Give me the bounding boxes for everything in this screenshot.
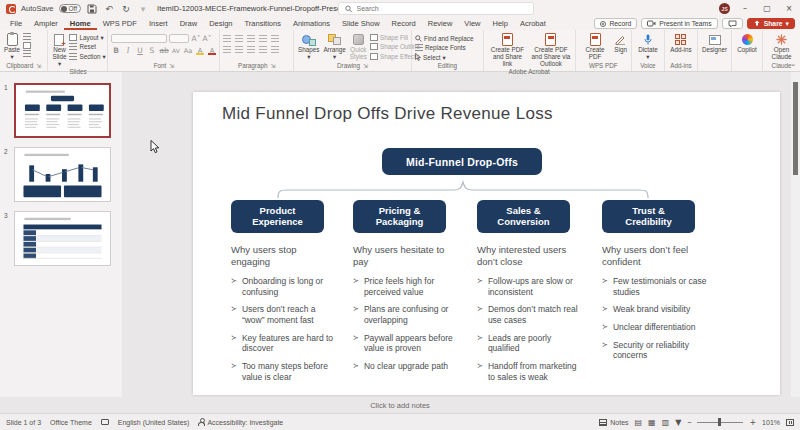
tab-help[interactable]: Help (486, 17, 513, 30)
notes-pane[interactable]: Click to add notes (0, 397, 800, 413)
reading-view-icon[interactable]: ▥ (662, 418, 670, 427)
comments-button[interactable] (722, 18, 743, 29)
paste-button[interactable]: Paste ▾ (3, 32, 21, 61)
restore-button[interactable]: ▢ (760, 1, 774, 16)
tab-review[interactable]: Review (422, 17, 459, 30)
zoom-slider-thumb[interactable] (718, 418, 721, 426)
bullet-item[interactable]: ≻Weak brand visibility (602, 304, 710, 315)
zoom-in-icon[interactable]: + (749, 418, 756, 427)
column-subtitle[interactable]: Why interested users don’t close (477, 244, 577, 267)
slide-thumbnail-1[interactable] (14, 83, 111, 138)
slideshow-view-icon[interactable]: ▼ (675, 418, 681, 427)
bullet-item[interactable]: ≻Paywall appears before value is proven (353, 333, 461, 354)
paste-dropdown-icon[interactable]: ▾ (10, 54, 13, 61)
create-pdf-outlook-button[interactable]: Create PDF and Share via Outlook (530, 32, 572, 67)
align-center-icon[interactable] (235, 46, 243, 53)
layout-button[interactable]: Layout▾ (69, 33, 105, 41)
powerpoint-logo-icon[interactable] (6, 4, 16, 14)
slide-thumbnail-2[interactable] (14, 147, 111, 202)
accessibility-status[interactable]: Accessibility: Investigate (198, 418, 283, 426)
arrange-button[interactable]: Arrange ▾ (322, 32, 346, 61)
search-input[interactable] (357, 5, 528, 12)
decrease-indent-icon[interactable] (247, 35, 255, 42)
font-color-icon[interactable]: A (207, 47, 216, 55)
tab-ampler[interactable]: Ampler (28, 17, 64, 30)
bullet-item[interactable]: ≻Few testimonials or case studies (602, 276, 710, 297)
bullet-item[interactable]: ≻No clear upgrade path (353, 361, 461, 372)
collapse-ribbon-icon[interactable]: ⌄ (790, 60, 796, 68)
user-avatar[interactable]: JS (719, 3, 730, 14)
search-bar[interactable] (338, 2, 534, 15)
bullet-item[interactable]: ≻Security or reliability concerns (602, 340, 710, 361)
underline-icon[interactable]: U (135, 46, 144, 55)
tab-transitions[interactable]: Transitions (239, 17, 287, 30)
category-box[interactable]: Sales & Conversion (477, 200, 570, 233)
bullet-item[interactable]: ≻Follow-ups are slow or inconsistent (477, 276, 585, 297)
category-box[interactable]: Product Experience (231, 200, 324, 233)
paragraph-dialog-launcher-icon[interactable]: ⇲ (270, 62, 275, 69)
create-pdf-share-link-button[interactable]: Create PDF and Share link (487, 32, 529, 67)
slide-sorter-view-icon[interactable]: ▦ (648, 418, 656, 427)
character-spacing-icon[interactable]: AV (171, 47, 180, 54)
tab-home[interactable]: Home (64, 17, 97, 30)
tab-slide-show[interactable]: Slide Show (336, 17, 386, 30)
find-replace-button[interactable]: Find and Replace (415, 34, 480, 42)
font-dialog-launcher-icon[interactable]: ⇲ (169, 62, 174, 69)
category-box[interactable]: Trust & Credibility (602, 200, 695, 233)
redo-icon[interactable]: ↻ (120, 3, 132, 15)
zoom-slider[interactable] (697, 422, 743, 423)
zoom-level[interactable]: 101% (762, 419, 780, 426)
numbering-icon[interactable] (235, 35, 243, 42)
cut-icon[interactable] (23, 33, 31, 40)
open-claude-button[interactable]: Open Claude (766, 32, 797, 61)
normal-view-icon[interactable]: ▤ (635, 418, 643, 427)
reset-button[interactable]: Reset (69, 43, 105, 51)
scrollbar-thumb[interactable] (793, 82, 798, 175)
shapes-button[interactable]: Shapes ▾ (297, 32, 320, 61)
fit-slide-icon[interactable] (786, 419, 794, 426)
customize-toolbar-icon[interactable]: ▾ (137, 3, 149, 15)
addins-button[interactable]: Add-ins (669, 32, 692, 54)
line-spacing-icon[interactable] (271, 35, 279, 42)
bullets-icon[interactable] (223, 35, 231, 42)
tab-file[interactable]: File (4, 17, 28, 30)
bullet-item[interactable]: ≻Onboarding is long or confusing (231, 276, 339, 297)
theme-name[interactable]: Office Theme (50, 419, 92, 426)
category-box[interactable]: Pricing & Packaging (353, 200, 446, 233)
align-right-icon[interactable] (247, 46, 255, 53)
bullet-item[interactable]: ≻Users don’t reach a “wow” moment fast (231, 304, 339, 325)
italic-icon[interactable]: I (123, 46, 132, 55)
notes-placeholder[interactable]: Click to add notes (370, 401, 430, 410)
text-shadow-icon[interactable]: S (147, 46, 156, 55)
tab-wps-pdf[interactable]: WPS PDF (97, 17, 143, 30)
increase-indent-icon[interactable] (259, 35, 267, 42)
slide-title[interactable]: Mid Funnel Drop Offs Drive Revenue Loss (222, 104, 553, 124)
justify-icon[interactable] (259, 46, 267, 53)
tab-record[interactable]: Record (386, 17, 422, 30)
decrease-font-icon[interactable]: A˅ (202, 34, 211, 43)
minimize-button[interactable]: – (738, 1, 752, 16)
bullet-item[interactable]: ≻Handoff from marketing to sales is weak (477, 361, 585, 382)
bullet-item[interactable]: ≻Price feels high for perceived value (353, 276, 461, 297)
autosave-toggle[interactable]: Off (59, 4, 82, 13)
designer-button[interactable]: Designer (701, 32, 728, 54)
tab-acrobat[interactable]: Acrobat (514, 17, 552, 30)
format-painter-icon[interactable] (23, 50, 31, 57)
undo-icon[interactable]: ↶ (103, 3, 115, 15)
bold-icon[interactable]: B (111, 46, 120, 55)
wps-create-pdf-button[interactable]: Create PDF (579, 32, 612, 61)
section-button[interactable]: Section▾ (69, 52, 105, 60)
align-left-icon[interactable] (223, 46, 231, 53)
bullet-item[interactable]: ≻Too many steps before value is clear (231, 361, 339, 382)
bullet-item[interactable]: ≻Key features are hard to discover (231, 333, 339, 354)
change-case-icon[interactable]: Aa (183, 47, 192, 55)
tab-design[interactable]: Design (203, 17, 238, 30)
columns-icon[interactable] (271, 46, 279, 53)
quick-styles-button[interactable]: Quick Styles (349, 32, 368, 61)
column-subtitle[interactable]: Why users don’t feel confident (602, 244, 702, 267)
bullet-item[interactable]: ≻Unclear differentiation (602, 322, 710, 333)
font-size-combobox[interactable] (169, 34, 189, 43)
strikethrough-icon[interactable]: ab (159, 46, 168, 55)
slide-thumbnail-3[interactable] (14, 211, 111, 266)
bullet-item[interactable]: ≻Demos don’t match real use cases (477, 304, 585, 325)
